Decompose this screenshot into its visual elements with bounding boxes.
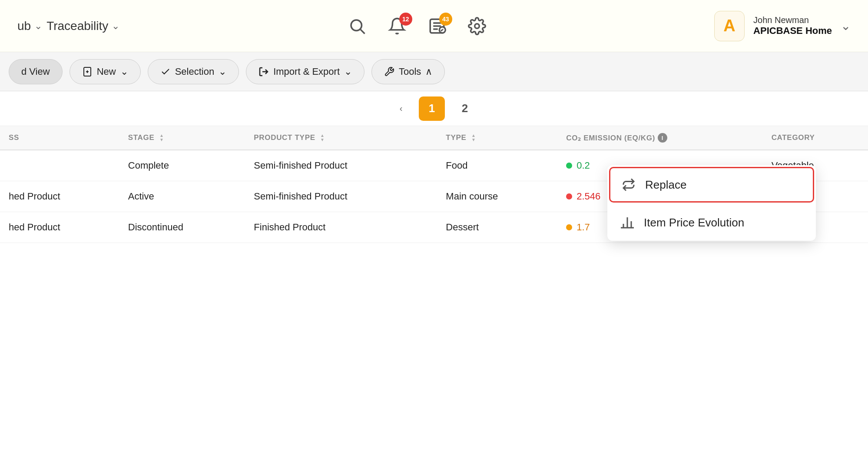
nav-traceability-label: Traceability (46, 19, 108, 33)
grid-view-button[interactable]: d View (9, 59, 63, 84)
col-header-category: CATEGORY (763, 126, 868, 150)
co2-header-with-info: CO₂ EMISSION (EQ/KG) i (566, 133, 754, 143)
import-export-icon (258, 66, 269, 77)
grid-view-label: d View (21, 66, 50, 77)
replace-icon (621, 177, 636, 193)
pagination: ‹ 1 2 (0, 91, 868, 126)
nav-hub-label: ub (17, 19, 31, 33)
new-chevron-icon: ⌄ (120, 66, 128, 77)
search-icon (348, 17, 366, 35)
prev-page-button[interactable]: ‹ (390, 98, 412, 120)
type-sort-icon: ▲▼ (471, 133, 476, 142)
tools-chevron-icon: ∧ (425, 66, 432, 77)
settings-icon (468, 17, 486, 35)
import-export-label: Import & Export (273, 66, 340, 77)
notifications-badge: 12 (399, 13, 412, 26)
page-2-button[interactable]: 2 (452, 96, 478, 121)
col-header-type[interactable]: TYPE ▲▼ (437, 126, 557, 150)
selection-button[interactable]: Selection ⌄ (148, 59, 239, 84)
col-header-ss: SS (0, 126, 119, 150)
co2-value-3: 1.7 (576, 222, 590, 233)
app-icon: A (714, 11, 745, 41)
cell-ss-2: hed Product (0, 181, 119, 212)
cell-ss-1 (0, 150, 119, 181)
co2-info-badge[interactable]: i (658, 133, 667, 143)
table-header-row: SS STAGE ▲▼ PRODUCT TYPE ▲▼ TYPE ▲▼ (0, 126, 868, 150)
new-icon (82, 66, 93, 77)
tools-icon (384, 66, 394, 77)
cell-product-type-3: Finished Product (245, 212, 437, 243)
toolbar: d View New ⌄ Selection ⌄ Import (0, 52, 868, 91)
co2-value-1: 0.2 (576, 160, 590, 171)
import-export-button[interactable]: Import & Export ⌄ (246, 59, 364, 84)
nav-hub-chevron-icon: ⌄ (34, 20, 42, 32)
user-menu-chevron-icon[interactable]: ⌄ (841, 19, 851, 33)
import-export-chevron-icon: ⌄ (344, 66, 352, 77)
user-info: John Newman APICBASE Home (753, 15, 832, 37)
tasks-badge: 43 (439, 13, 452, 26)
dropdown-item-replace[interactable]: Replace (609, 167, 814, 203)
bar-chart-icon (620, 215, 635, 230)
cell-type-3: Dessert (437, 212, 557, 243)
main-layout: d View New ⌄ Selection ⌄ Import (0, 52, 868, 472)
stage-sort-icon: ▲▼ (159, 133, 164, 142)
user-name: John Newman (753, 15, 832, 25)
replace-label: Replace (645, 178, 686, 192)
selection-chevron-icon: ⌄ (219, 66, 226, 77)
top-navigation: ub ⌄ Traceability ⌄ 12 (0, 0, 868, 52)
product-type-sort-icon: ▲▼ (320, 133, 325, 142)
nav-traceability-chevron-icon: ⌄ (112, 20, 119, 32)
co2-value-2: 2.546 (576, 191, 600, 202)
new-button[interactable]: New ⌄ (70, 59, 141, 84)
nav-right-user: A John Newman APICBASE Home ⌄ (714, 11, 851, 41)
selection-label: Selection (175, 66, 215, 77)
nav-left-items: ub ⌄ Traceability ⌄ (17, 19, 119, 33)
svg-point-0 (351, 20, 362, 31)
new-label: New (97, 66, 116, 77)
price-evolution-label: Item Price Evolution (644, 216, 744, 229)
cell-ss-3: hed Product (0, 212, 119, 243)
co2-dot-orange-3 (566, 224, 572, 230)
notifications-button[interactable]: 12 (388, 17, 406, 35)
svg-point-4 (474, 23, 479, 28)
cell-type-1: Food (437, 150, 557, 181)
col-header-co2: CO₂ EMISSION (EQ/KG) i (557, 126, 762, 150)
col-header-stage[interactable]: STAGE ▲▼ (119, 126, 245, 150)
search-button[interactable] (348, 17, 366, 35)
cell-type-2: Main course (437, 181, 557, 212)
nav-item-traceability[interactable]: Traceability ⌄ (46, 19, 119, 33)
tools-button[interactable]: Tools ∧ (371, 59, 445, 84)
dropdown-item-price-evolution[interactable]: Item Price Evolution (607, 204, 816, 241)
selection-icon (160, 66, 171, 77)
col-header-product-type[interactable]: PRODUCT TYPE ▲▼ (245, 126, 437, 150)
tools-dropdown-menu: Replace Item Price Evolution (607, 165, 816, 241)
tasks-button[interactable]: 43 (428, 17, 446, 35)
cell-product-type-1: Semi-finished Product (245, 150, 437, 181)
cell-stage-2: Active (119, 181, 245, 212)
user-org: APICBASE Home (753, 25, 832, 37)
co2-dot-green-1 (566, 163, 572, 169)
nav-center-icons: 12 43 (137, 17, 697, 35)
cell-product-type-2: Semi-finished Product (245, 181, 437, 212)
content-area: ‹ 1 2 SS STAGE ▲▼ (0, 91, 868, 472)
settings-button[interactable] (468, 17, 486, 35)
cell-stage-1: Complete (119, 150, 245, 181)
cell-stage-3: Discontinued (119, 212, 245, 243)
nav-item-hub[interactable]: ub ⌄ (17, 19, 42, 33)
page-1-button[interactable]: 1 (419, 96, 445, 121)
svg-line-1 (361, 29, 365, 33)
tools-label: Tools (399, 66, 421, 77)
co2-dot-red-2 (566, 193, 572, 199)
